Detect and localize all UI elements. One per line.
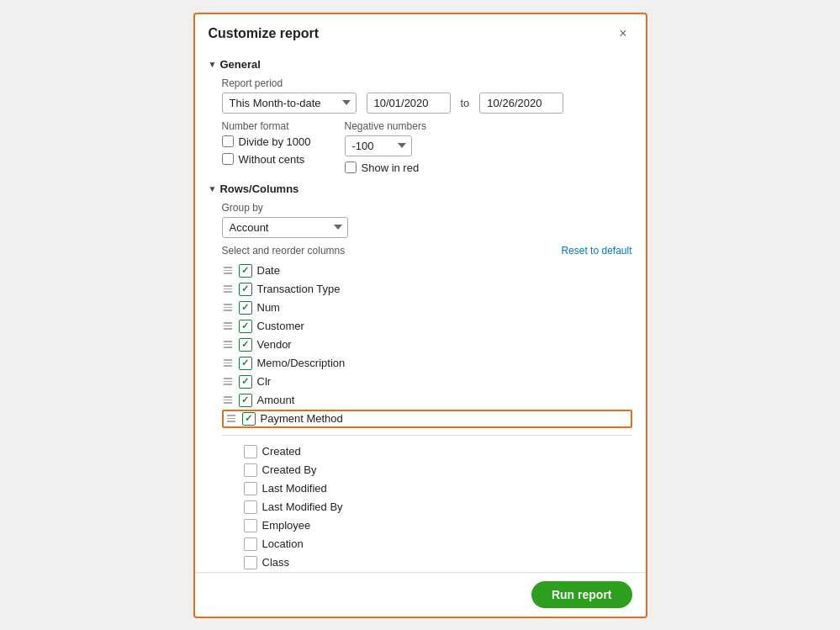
drag-handle-clr[interactable]: [224, 378, 234, 385]
column-item-num: ✓ Num: [222, 299, 632, 317]
columns-title: Select and reorder columns: [222, 245, 346, 257]
drag-handle-customer[interactable]: [224, 322, 234, 330]
checkbox-class[interactable]: [244, 556, 257, 569]
checkbox-memo[interactable]: ✓: [239, 357, 252, 370]
checkbox-last-modified-by[interactable]: [244, 500, 257, 514]
drag-handle-transaction-type[interactable]: [224, 285, 234, 293]
number-format-title: Number format: [222, 120, 311, 132]
general-arrow-icon: ▼: [209, 60, 217, 69]
column-item-last-modified-by: Last Modified By: [222, 498, 632, 516]
without-cents-item[interactable]: Without cents: [222, 153, 311, 166]
rows-columns-section-header: ▼ Rows/Columns: [209, 183, 632, 195]
column-item-vendor: ✓ Vendor: [222, 336, 632, 354]
rows-columns-arrow-icon: ▼: [209, 184, 217, 193]
checkbox-clr[interactable]: ✓: [239, 375, 252, 389]
checkbox-amount[interactable]: ✓: [239, 394, 252, 407]
checkbox-payment-method[interactable]: ✓: [242, 412, 256, 426]
period-select[interactable]: This Month-to-date This Week This Month …: [222, 93, 357, 114]
negative-numbers-group: Negative numbers -100 (100) -100 CR Show…: [345, 120, 426, 174]
drag-handle-amount[interactable]: [224, 396, 234, 404]
drag-handle-payment-method[interactable]: [227, 415, 237, 422]
column-item-created: Created: [222, 442, 632, 461]
column-item-customer: ✓ Customer: [222, 317, 632, 336]
date-to-input[interactable]: [479, 93, 563, 114]
checkbox-num[interactable]: ✓: [239, 301, 252, 315]
column-item-last-modified: Last Modified: [222, 479, 632, 498]
checkbox-date[interactable]: ✓: [239, 264, 252, 278]
number-format-section: Number format Divide by 1000 Without cen…: [222, 120, 632, 174]
checkbox-last-modified[interactable]: [244, 482, 257, 495]
unchecked-columns-list: Created Created By Last Modified: [222, 442, 632, 572]
modal-header: Customize report ×: [195, 14, 646, 50]
group-by-select[interactable]: Account Customer Vendor Employee: [222, 217, 348, 238]
drag-handle-num[interactable]: [224, 304, 234, 311]
column-item-memo: ✓ Memo/Description: [222, 354, 632, 373]
without-cents-checkbox[interactable]: [222, 153, 234, 165]
modal-overlay: Customize report × ▼ General Report peri…: [0, 0, 840, 630]
number-format-group: Number format Divide by 1000 Without cen…: [222, 120, 311, 174]
columns-header: Select and reorder columns Reset to defa…: [222, 245, 632, 257]
customize-report-modal: Customize report × ▼ General Report peri…: [193, 13, 647, 618]
modal-body: ▼ General Report period This Month-to-da…: [195, 50, 646, 572]
column-item-transaction-type: ✓ Transaction Type: [222, 280, 632, 299]
report-period-row: This Month-to-date This Week This Month …: [222, 93, 632, 114]
checkbox-created[interactable]: [244, 445, 257, 458]
checkbox-vendor[interactable]: ✓: [239, 338, 252, 352]
column-item-date: ✓ Date: [222, 262, 632, 280]
column-item-class: Class: [222, 553, 632, 572]
group-by-label: Group by: [222, 202, 632, 214]
modal-title: Customize report: [209, 26, 320, 41]
group-by-section: Group by Account Customer Vendor Employe…: [222, 202, 632, 238]
show-in-red-checkbox[interactable]: [345, 161, 357, 173]
reset-to-default-link[interactable]: Reset to default: [561, 245, 631, 257]
checked-columns-list: ✓ Date ✓ Transaction Type ✓ Num: [222, 262, 632, 428]
column-item-created-by: Created By: [222, 461, 632, 479]
column-item-clr: ✓ Clr: [222, 373, 632, 391]
show-in-red-item[interactable]: Show in red: [345, 161, 426, 174]
general-section-header: ▼ General: [209, 58, 632, 71]
checkbox-transaction-type[interactable]: ✓: [239, 283, 252, 296]
to-label: to: [461, 97, 470, 109]
column-item-employee: Employee: [222, 516, 632, 535]
negative-numbers-title: Negative numbers: [345, 120, 426, 132]
drag-handle-memo[interactable]: [224, 359, 234, 367]
drag-handle-date[interactable]: [224, 267, 234, 274]
column-item-amount: ✓ Amount: [222, 391, 632, 410]
modal-footer: Run report: [195, 572, 646, 617]
divide-by-1000-item[interactable]: Divide by 1000: [222, 135, 311, 148]
column-item-location: Location: [222, 535, 632, 553]
checkbox-customer[interactable]: ✓: [239, 320, 252, 333]
close-button[interactable]: ×: [614, 24, 631, 43]
checkbox-location[interactable]: [244, 537, 257, 551]
report-period-label: Report period: [222, 77, 632, 89]
divide-by-1000-checkbox[interactable]: [222, 135, 234, 147]
column-item-payment-method: ✓ Payment Method: [222, 410, 632, 428]
checkbox-employee[interactable]: [244, 519, 257, 532]
run-report-button[interactable]: Run report: [531, 581, 632, 608]
drag-handle-vendor[interactable]: [224, 341, 234, 348]
columns-divider: [222, 435, 632, 436]
negative-numbers-select[interactable]: -100 (100) -100 CR: [345, 135, 412, 156]
number-format-checkboxes: Divide by 1000 Without cents: [222, 135, 311, 166]
date-from-input[interactable]: [367, 93, 451, 114]
checkbox-created-by[interactable]: [244, 463, 257, 477]
